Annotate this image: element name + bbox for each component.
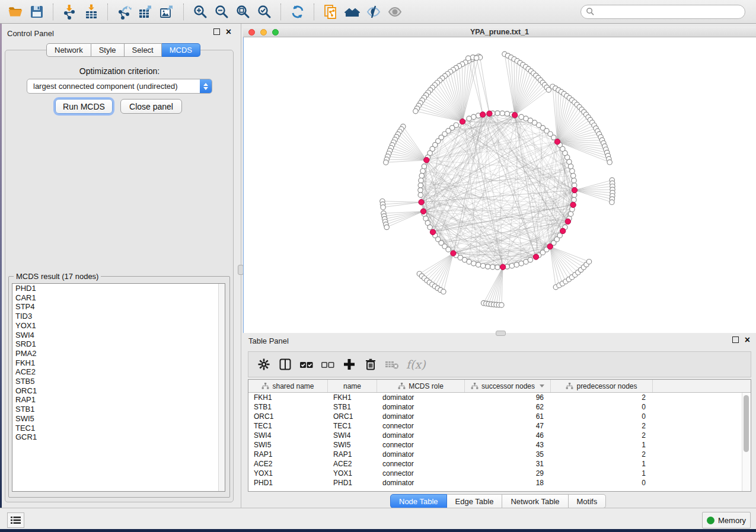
delete-entry-icon[interactable]	[361, 354, 380, 374]
tab-edge-table[interactable]: Edge Table	[447, 494, 503, 508]
tab-select[interactable]: Select	[125, 43, 162, 57]
tab-motifs[interactable]: Motifs	[569, 494, 607, 508]
table-cell-successor-nodes: 31	[465, 460, 551, 468]
zoom-out-icon[interactable]	[211, 2, 232, 21]
column-header-name[interactable]: name	[328, 380, 377, 392]
table-cell-shared-name: SWI5	[248, 441, 328, 449]
mcds-result-item[interactable]: STB1	[12, 405, 225, 414]
deselect-all-icon[interactable]	[318, 354, 337, 374]
search-input[interactable]	[595, 7, 740, 17]
mcds-result-item[interactable]: RAP1	[12, 395, 225, 405]
namespace-icon	[471, 383, 479, 389]
task-list-icon	[11, 516, 21, 524]
mcds-result-item[interactable]: SWI5	[12, 414, 225, 424]
network-window-titlebar[interactable]: YPA_prune.txt_1	[243, 27, 756, 37]
table-row[interactable]: TEC1TEC1connector472	[248, 421, 751, 431]
function-builder-icon[interactable]: f(x)	[406, 358, 426, 371]
vertical-splitter[interactable]	[237, 24, 243, 508]
export-table-icon[interactable]	[135, 2, 157, 21]
mcds-result-item[interactable]: TEC1	[12, 424, 225, 433]
table-cell-successor-nodes: 61	[465, 412, 551, 421]
export-network-icon[interactable]	[114, 2, 135, 21]
mcds-result-item[interactable]: PHD1	[12, 284, 225, 293]
table-row[interactable]: ORC1ORC1dominator610	[248, 412, 751, 421]
close-table-panel-icon[interactable]: ×	[745, 337, 750, 343]
mcds-result-list[interactable]: PHD1CAR1STP4TID3YOX1SWI4SRD1PMA2FKH1ACE2…	[12, 283, 225, 492]
column-label: predecessor nodes	[576, 382, 637, 390]
close-panel-button[interactable]: Close panel	[120, 99, 182, 114]
mcds-result-item[interactable]: YOX1	[12, 321, 225, 331]
zoom-in-icon[interactable]	[190, 2, 211, 21]
mcds-result-item[interactable]: TID3	[12, 312, 225, 321]
column-header-mcds-role[interactable]: MCDS role	[377, 380, 465, 392]
table-row[interactable]: YOX1YOX1connector291	[248, 469, 751, 478]
mcds-result-item[interactable]: ACE2	[12, 367, 225, 377]
mcds-result-item[interactable]: CAR1	[12, 293, 225, 303]
import-table-icon[interactable]	[81, 2, 102, 21]
table-cell-successor-nodes: 43	[465, 441, 551, 449]
mcds-result-group: MCDS result (17 nodes) PHD1CAR1STP4TID3Y…	[8, 276, 230, 498]
column-header-shared-name[interactable]: shared name	[248, 380, 328, 392]
mcds-result-item[interactable]: STB5	[12, 377, 225, 386]
mcds-result-item[interactable]: STP4	[12, 302, 225, 312]
open-file-icon[interactable]	[5, 2, 26, 21]
column-header-successor-nodes[interactable]: successor nodes	[465, 380, 551, 392]
table-row[interactable]: SWI4SWI4dominator462	[248, 431, 751, 440]
tab-network-table[interactable]: Network Table	[502, 494, 568, 508]
mcds-result-item[interactable]: SRD1	[12, 339, 225, 349]
table-toolbar: f(x)	[248, 351, 751, 377]
search-field[interactable]	[580, 5, 745, 19]
task-history-button[interactable]	[7, 512, 24, 528]
show-all-icon[interactable]	[384, 2, 406, 21]
zoom-fit-icon[interactable]	[232, 2, 254, 21]
column-label: successor nodes	[481, 382, 535, 390]
float-panel-icon[interactable]	[213, 28, 220, 35]
table-scrollbar-thumb[interactable]	[744, 395, 749, 452]
run-mcds-button[interactable]: Run MCDS	[55, 99, 113, 114]
table-row[interactable]: ACE2ACE2connector311	[248, 459, 751, 469]
network-window: YPA_prune.txt_1	[243, 27, 756, 333]
criterion-dropdown[interactable]: largest connected component (undirected)	[27, 79, 212, 94]
float-table-panel-icon[interactable]	[732, 336, 739, 343]
horizontal-splitter-handle[interactable]	[496, 331, 506, 336]
duplicate-network-icon[interactable]	[320, 2, 342, 21]
select-all-icon[interactable]	[297, 354, 316, 374]
tab-style[interactable]: Style	[91, 43, 125, 57]
import-network-icon[interactable]	[59, 2, 81, 21]
close-panel-icon[interactable]: ×	[226, 29, 231, 35]
table-cell-successor-nodes: 18	[465, 479, 551, 487]
table-type-tabs: Node Table Edge Table Network Table Moti…	[390, 494, 606, 508]
mcds-list-scrollbar[interactable]	[218, 284, 225, 491]
tab-node-table[interactable]: Node Table	[390, 494, 447, 508]
tab-network[interactable]: Network	[46, 43, 91, 57]
mcds-result-item[interactable]: ORC1	[12, 386, 225, 396]
save-session-icon[interactable]	[26, 2, 47, 21]
table-cell-name: TEC1	[328, 422, 377, 430]
hide-selected-icon[interactable]	[363, 2, 384, 21]
column-label: MCDS role	[409, 382, 444, 390]
table-cell-mcds-role: connector	[377, 469, 465, 477]
table-cell-name: STB1	[328, 403, 377, 411]
table-row[interactable]: RAP1RAP1dominator352	[248, 450, 751, 459]
table-row[interactable]: FKH1FKH1dominator962	[248, 393, 751, 402]
first-neighbors-icon[interactable]	[342, 2, 363, 21]
column-header-predecessor-nodes[interactable]: predecessor nodes	[551, 380, 653, 392]
mcds-result-item[interactable]: PMA2	[12, 349, 225, 358]
mcds-result-item[interactable]: GCR1	[12, 432, 225, 442]
export-image-icon[interactable]	[157, 2, 178, 21]
tab-mcds[interactable]: MCDS	[162, 43, 200, 57]
network-canvas[interactable]	[243, 37, 756, 333]
add-entry-icon[interactable]	[340, 354, 359, 374]
mcds-result-item[interactable]: SWI4	[12, 331, 225, 340]
refresh-network-icon[interactable]	[287, 2, 308, 21]
delete-table-icon[interactable]	[382, 354, 401, 374]
split-panel-icon[interactable]	[276, 354, 295, 374]
table-settings-icon[interactable]	[254, 354, 273, 374]
mcds-result-item[interactable]: FKH1	[12, 358, 225, 368]
table-scrollbar[interactable]	[742, 393, 750, 491]
zoom-selected-icon[interactable]	[254, 2, 275, 21]
table-row[interactable]: SWI5SWI5connector431	[248, 440, 751, 450]
table-row[interactable]: STB1STB1dominator620	[248, 402, 751, 412]
memory-button[interactable]: Memory	[702, 512, 751, 528]
table-row[interactable]: PHD1PHD1dominator180	[248, 478, 751, 488]
